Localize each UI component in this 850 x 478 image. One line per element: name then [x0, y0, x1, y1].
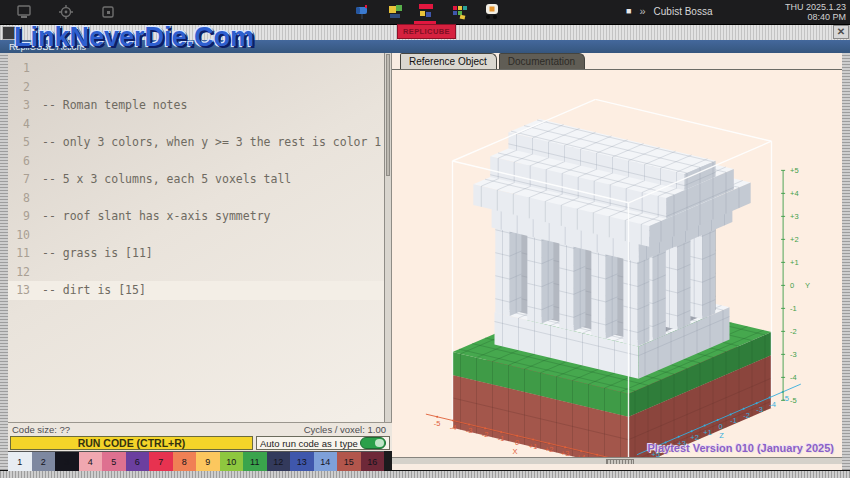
- editor-line[interactable]: 7-- 5 x 3 columns, each 5 voxels tall: [8, 170, 384, 189]
- stop-icon[interactable]: ■: [626, 6, 631, 16]
- line-text: -- only 3 colors, when y >= 3 the rest i…: [42, 135, 381, 149]
- mailbox-icon[interactable]: [352, 3, 372, 21]
- editor-line[interactable]: 13-- dirt is [15]: [8, 281, 384, 300]
- svg-text:-3: -3: [756, 405, 763, 414]
- palette-swatch-15[interactable]: 15: [337, 452, 361, 471]
- palette-swatch-4[interactable]: 4: [79, 452, 103, 471]
- editor-scrollbar-thumb[interactable]: [386, 54, 390, 176]
- autorun-toggle-knob: [375, 439, 384, 447]
- monitor-icon[interactable]: [14, 3, 34, 21]
- autorun-toggle[interactable]: [360, 437, 386, 449]
- tab-reference-object[interactable]: Reference Object: [400, 53, 497, 69]
- svg-text:-2: -2: [790, 327, 797, 336]
- close-button[interactable]: ✕: [833, 25, 849, 39]
- line-number: 11: [8, 246, 30, 260]
- editor-line[interactable]: 10: [8, 226, 384, 245]
- tab-documentation[interactable]: Documentation: [499, 53, 585, 69]
- line-number: 10: [8, 228, 30, 242]
- svg-text:+2: +2: [545, 445, 554, 454]
- code-size-label: Code size: ??: [12, 424, 70, 435]
- svg-text:+1: +1: [703, 428, 712, 437]
- svg-text:-5: -5: [434, 419, 441, 428]
- watermark-text: LinkNeverDie.Com: [14, 22, 254, 53]
- editor-scrollbar[interactable]: [384, 53, 392, 422]
- run-controls: RUN CODE (CTRL+R) Auto run code as I typ…: [8, 435, 392, 451]
- svg-text:X: X: [513, 447, 518, 456]
- line-number: 4: [8, 117, 30, 131]
- editor-line[interactable]: 11-- grass is [11]: [8, 244, 384, 263]
- editor-line[interactable]: 2: [8, 78, 384, 97]
- palette-swatch-11[interactable]: 11: [243, 452, 267, 471]
- palette-swatch-9[interactable]: 9: [196, 452, 220, 471]
- palette-swatch-14[interactable]: 14: [314, 452, 338, 471]
- line-text: -- roof slant has x-axis symmetry: [42, 209, 270, 223]
- editor-line[interactable]: 5-- only 3 colors, when y >= 3 the rest …: [8, 133, 384, 152]
- svg-text:0: 0: [790, 281, 794, 290]
- editor-line[interactable]: 9-- roof slant has x-axis symmetry: [8, 207, 384, 226]
- window-title-tab[interactable]: REPLICUBE: [397, 24, 456, 39]
- window-bottom-border: [0, 470, 850, 478]
- svg-text:-1: -1: [730, 416, 737, 425]
- right-panel: Reference ObjectDocumentation -5-4-3-2-1…: [392, 53, 842, 470]
- line-number: 13: [8, 283, 30, 297]
- svg-text:-4: -4: [790, 373, 797, 382]
- svg-text:-4: -4: [450, 423, 457, 432]
- svg-text:-2: -2: [743, 411, 750, 420]
- os-taskbar: ■ » Cubist Bossa THU 2025.1.23 08:40 PM: [0, 0, 850, 24]
- color-palette: 12345678910111213141516: [8, 451, 384, 471]
- playtest-version-label: Playtest Version 010 (January 2025): [648, 442, 835, 454]
- svg-text:+4: +4: [790, 189, 799, 198]
- reference-viewport[interactable]: -5-4-3-2-10+1+2+3+4+5X+5+4+3+2+10-1-2-3-…: [392, 70, 842, 464]
- svg-text:-3: -3: [466, 426, 473, 435]
- palette-swatch-12[interactable]: 12: [267, 452, 291, 471]
- palette-swatch-7[interactable]: 7: [149, 452, 173, 471]
- viewport-scrollbar-thumb[interactable]: [606, 459, 634, 464]
- svg-text:+1: +1: [790, 258, 799, 267]
- code-editor[interactable]: 123-- Roman temple notes45-- only 3 colo…: [8, 53, 384, 428]
- line-number: 9: [8, 209, 30, 223]
- line-text: -- Roman temple notes: [42, 98, 187, 112]
- editor-line[interactable]: 6: [8, 152, 384, 171]
- export-icon[interactable]: [98, 3, 118, 21]
- gear-icon[interactable]: [56, 3, 76, 21]
- voxel-scene: -5-4-3-2-10+1+2+3+4+5X+5+4+3+2+10-1-2-3-…: [392, 70, 842, 464]
- editor-line[interactable]: 1: [8, 59, 384, 78]
- palette-swatch-1[interactable]: 1: [8, 452, 32, 471]
- clock-time: 08:40 PM: [785, 12, 846, 22]
- clock: THU 2025.1.23 08:40 PM: [785, 2, 846, 22]
- line-number: 2: [8, 80, 30, 94]
- editor-line[interactable]: 3-- Roman temple notes: [8, 96, 384, 115]
- svg-text:-4: -4: [769, 400, 776, 409]
- palette-swatch-5[interactable]: 5: [102, 452, 126, 471]
- line-number: 7: [8, 172, 30, 186]
- blocks-icon[interactable]: [386, 3, 406, 21]
- cycles-label: Cycles / voxel: 1.00: [304, 424, 386, 435]
- editor-line[interactable]: 12: [8, 263, 384, 282]
- editor-line[interactable]: 8: [8, 189, 384, 208]
- viewport-scrollbar[interactable]: [392, 457, 842, 464]
- line-number: 8: [8, 191, 30, 205]
- palette-swatch-6[interactable]: 6: [126, 452, 150, 471]
- svg-text:Y: Y: [805, 281, 810, 290]
- svg-text:+2: +2: [790, 235, 799, 244]
- palette-swatch-10[interactable]: 10: [220, 452, 244, 471]
- svg-text:-1: -1: [790, 304, 797, 313]
- line-number: 5: [8, 135, 30, 149]
- editor-line[interactable]: 4: [8, 115, 384, 134]
- replicube-icon[interactable]: [416, 3, 436, 21]
- palette-swatch-2[interactable]: 2: [32, 452, 56, 471]
- palette-swatch-8[interactable]: 8: [173, 452, 197, 471]
- clock-date: THU 2025.1.23: [785, 2, 846, 12]
- autorun-label: Auto run code as I type: [260, 438, 358, 449]
- palette-icon[interactable]: [450, 3, 470, 21]
- palette-swatch-13[interactable]: 13: [290, 452, 314, 471]
- now-playing-track: Cubist Bossa: [654, 6, 713, 17]
- svg-text:+3: +3: [790, 212, 799, 221]
- run-code-button[interactable]: RUN CODE (CTRL+R): [10, 436, 253, 450]
- palette-swatch-3[interactable]: 3: [55, 452, 79, 471]
- window-left-border: [0, 53, 8, 470]
- chat-icon[interactable]: [482, 3, 502, 21]
- palette-swatch-16[interactable]: 16: [361, 452, 385, 471]
- chevrons-icon[interactable]: »: [639, 5, 645, 17]
- line-number: 1: [8, 61, 30, 75]
